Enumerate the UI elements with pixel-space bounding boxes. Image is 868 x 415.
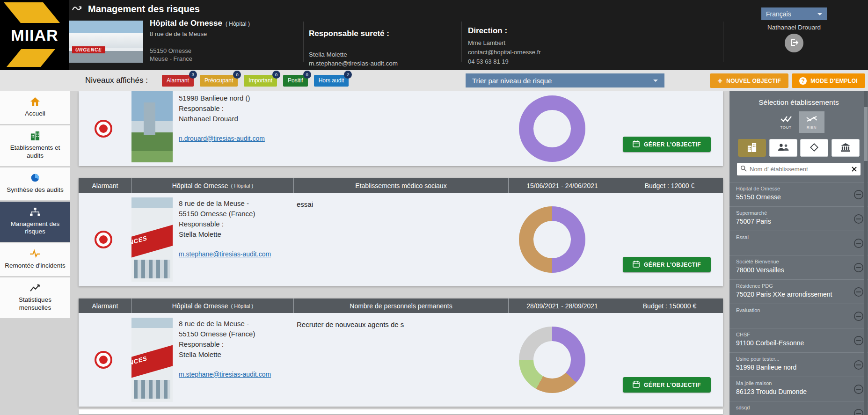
photo-windows (134, 380, 170, 399)
bank-icon (840, 143, 851, 153)
sidebar-item-label: Management des risques (3, 220, 67, 236)
remove-establishment-icon[interactable] (853, 360, 864, 370)
remove-establishment-icon[interactable] (853, 408, 864, 415)
plus-icon: + (717, 77, 722, 85)
help-button[interactable]: ? Mode d'emploi (792, 73, 865, 88)
establishment-row-r-sidence-pdg[interactable]: Résidence PDG75020 Paris XXe arrondissem… (729, 280, 868, 304)
remove-establishment-icon[interactable] (853, 262, 864, 273)
address-line: 8 rue de de la Meuse - (179, 319, 271, 329)
panel-title: Sélection établissements (729, 98, 868, 107)
logout-button[interactable] (785, 34, 803, 52)
select-none-button[interactable]: Rien (799, 111, 824, 133)
card-establishment: Hôpital de Ornesse( Hôpital ) (131, 299, 293, 313)
remove-establishment-icon[interactable] (853, 189, 864, 200)
establishment-row-soci-t-bienvenue[interactable]: Société Bienvenue78000 Versailles (729, 255, 868, 280)
sort-dropdown[interactable]: Trier par niveau de risque (466, 73, 664, 87)
level-count-badge: 0 (233, 71, 241, 79)
responsable-email-link[interactable]: m.stephane@tiresias-audit.com (179, 369, 271, 379)
card-header: Alarmant Hôpital de Ornesse( Hôpital ) N… (79, 299, 723, 313)
establishment-location (736, 242, 848, 250)
facility-address-2: 55150 Ornesse (150, 47, 250, 54)
record-status-icon[interactable] (95, 120, 112, 138)
donut-hole (533, 221, 571, 258)
sidebar-item-accueil[interactable]: Accueil (0, 91, 70, 124)
sidebar-item-remont-e-d-incidents[interactable]: Remontée d'incidents (0, 243, 70, 276)
card-domain: Etablissements médico sociaux (293, 178, 508, 193)
establishment-row-chsf[interactable]: CHSF91100 Corbeil-Essonne (729, 328, 868, 353)
sidebar-item-etablissements-et-audits[interactable]: Etablissements et audits (0, 125, 70, 166)
level-chip-important[interactable]: Important0 (244, 75, 277, 87)
photo-urgence-sign: URGENCE (72, 46, 105, 53)
establishment-row-h-pital-de-ornesse[interactable]: Hôpital de Ornesse55150 Ornesse (729, 182, 868, 207)
remove-establishment-icon[interactable] (853, 311, 864, 321)
category-building-button[interactable] (738, 139, 766, 157)
manage-objective-button[interactable]: Gérer l'objectif (623, 137, 711, 152)
remove-establishment-icon[interactable] (853, 214, 864, 224)
remove-establishment-icon[interactable] (853, 384, 864, 394)
stats-icon (29, 283, 41, 293)
language-select[interactable]: Français (761, 7, 827, 20)
clear-search-icon[interactable] (851, 166, 857, 172)
establishment-row-supermarch[interactable]: Supermarché75007 Paris (729, 207, 868, 231)
card-establishment: Hôpital de Ornesse( Hôpital ) (131, 178, 293, 193)
record-status-icon[interactable] (95, 231, 112, 248)
header-divider (723, 22, 723, 62)
remove-establishment-icon[interactable] (853, 335, 864, 346)
record-status-icon[interactable] (95, 351, 112, 369)
establishment-info: 51998 Banlieue nord () Responsable : Nat… (179, 93, 265, 144)
sidebar-item-label: Statistiques mensuelles (3, 296, 67, 312)
establishment-location (736, 412, 848, 415)
level-chip-pr-ocupant[interactable]: Préocupant0 (200, 75, 238, 87)
sidebar-item-synth-se-des-audits[interactable]: Synthèse des audits (0, 167, 70, 200)
responsable-email-link[interactable]: m.stephane@tiresias-audit.com (179, 249, 271, 259)
safety-email: m.stephane@tiresias-audit.com (309, 60, 398, 67)
manage-objective-button[interactable]: Gérer l'objectif (623, 377, 711, 393)
establishment-row-usine-pour-tester[interactable]: Usine pour tester...51998 Banlieue nord (729, 353, 868, 377)
establishment-location: 78000 Versailles (736, 266, 848, 274)
level-chip-hors-audit[interactable]: Hors audit2 (314, 75, 349, 87)
manage-objective-label: Gérer l'objectif (644, 141, 701, 148)
establishment-row-ma-jolie-maison[interactable]: Ma jolie maison86123 Troudu Dumonde (729, 377, 868, 401)
photo-tower (144, 102, 155, 135)
remove-establishment-icon[interactable] (853, 238, 864, 248)
manage-objective-button[interactable]: Gérer l'objectif (623, 257, 711, 272)
category-diamond-button[interactable] (800, 139, 828, 157)
manage-objective-label: Gérer l'objectif (644, 382, 701, 388)
establishment-name: Usine pour tester... (736, 356, 848, 362)
responsable-email-link[interactable]: n.drouard@tiresias-audit.com (179, 133, 265, 144)
sidebar-item-management-des-risques[interactable]: Management des risques (0, 202, 70, 242)
establishment-info: 8 rue de de la Meuse - 55150 Ornesse (Fr… (179, 198, 271, 259)
select-all-button[interactable]: Tout (773, 111, 799, 133)
establishment-list: Hôpital de Ornesse55150 OrnesseSupermarc… (729, 182, 868, 415)
remove-establishment-icon[interactable] (853, 287, 864, 297)
level-count-badge: 0 (303, 71, 311, 79)
risk-donut-chart (519, 327, 585, 393)
establishment-name: sdsqd (736, 405, 848, 410)
select-none-label: Rien (807, 125, 817, 130)
category-people-button[interactable] (769, 139, 797, 157)
establishment-name: Résidence PDG (736, 283, 848, 289)
establishment-name: Société Bienvenue (736, 259, 848, 264)
card-level: Alarmant (79, 178, 131, 193)
card-dates: 28/09/2021 - 28/09/2021 (508, 299, 616, 313)
scrollbar-thumb[interactable] (864, 107, 868, 161)
card-level: Alarmant (79, 299, 131, 313)
level-chip-positif[interactable]: Positif0 (283, 75, 308, 87)
incident-icon (29, 248, 41, 259)
buildings-icon (30, 131, 40, 141)
establishment-row-sdsqd[interactable]: sdsqd (729, 401, 868, 415)
search-input[interactable] (750, 166, 848, 173)
search-icon (740, 165, 747, 174)
new-objective-button[interactable]: + Nouvel objectif (710, 73, 788, 88)
sidebar-item-statistiques-mensuelles[interactable]: Statistiques mensuelles (0, 277, 70, 318)
building-icon (747, 143, 757, 153)
objective-card: Alarmant Hôpital de Ornesse( Hôpital ) N… (79, 299, 723, 407)
question-icon: ? (799, 77, 807, 85)
level-chip-alarmant[interactable]: Alarmant3 (162, 75, 194, 87)
establishment-row-essai[interactable]: Essai (729, 231, 868, 255)
miiar-logo[interactable]: MIIAR (0, 0, 69, 70)
establishment-name: Evaluation (736, 307, 848, 313)
safety-name: Stella Molette (309, 51, 398, 58)
establishment-row-evaluation[interactable]: Evaluation (729, 304, 868, 328)
category-bank-button[interactable] (832, 139, 860, 157)
